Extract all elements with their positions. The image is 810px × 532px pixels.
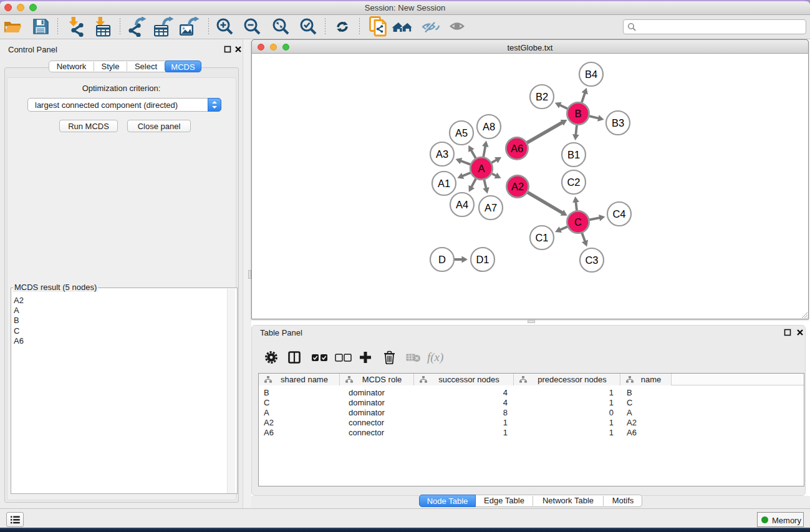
svg-text:C4: C4 (612, 208, 625, 220)
svg-text:D1: D1 (476, 254, 489, 265)
svg-text:A4: A4 (456, 199, 468, 210)
svg-text:B4: B4 (585, 69, 597, 80)
svg-text:A: A (478, 163, 485, 174)
svg-text:A7: A7 (485, 202, 497, 213)
svg-text:A3: A3 (436, 148, 448, 160)
svg-text:B3: B3 (612, 117, 624, 128)
svg-text:C1: C1 (535, 232, 548, 243)
svg-text:C2: C2 (567, 177, 580, 188)
svg-text:B2: B2 (536, 91, 548, 102)
svg-text:A1: A1 (438, 178, 450, 189)
svg-text:B1: B1 (567, 149, 580, 160)
svg-text:A2: A2 (511, 181, 524, 192)
svg-text:A5: A5 (455, 127, 468, 138)
svg-text:C: C (574, 216, 582, 228)
svg-text:D: D (438, 254, 446, 265)
svg-text:A8: A8 (483, 121, 495, 132)
svg-text:A6: A6 (511, 143, 523, 154)
svg-text:C3: C3 (585, 254, 598, 266)
svg-text:B: B (574, 108, 581, 119)
